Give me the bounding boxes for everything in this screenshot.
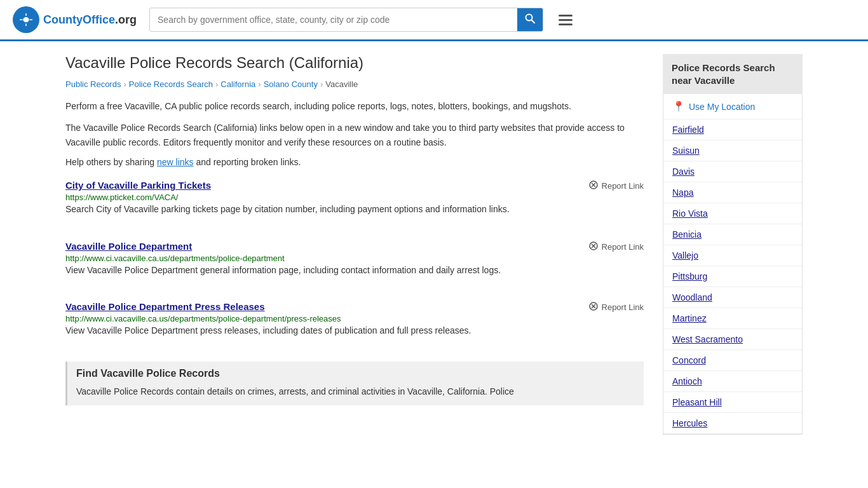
sidebar-title: Police Records Search near Vacaville [663,54,803,94]
report-link-btn-2[interactable]: Report Link [588,241,644,253]
logo-text: CountyOffice.org [43,13,137,27]
result-title-row-3: Vacaville Police Department Press Releas… [65,301,644,313]
sidebar-link-concord[interactable]: Concord [663,350,802,371]
report-icon-2 [588,241,599,253]
breadcrumb-public-records[interactable]: Public Records [65,79,121,89]
sidebar-link-vallejo[interactable]: Vallejo [663,245,802,266]
sidebar-link-rio-vista[interactable]: Rio Vista [663,203,802,224]
list-item: Vallejo [663,245,802,266]
find-section-desc: Vacaville Police Records contain details… [76,384,635,398]
sidebar: Police Records Search near Vacaville 📍 U… [663,54,803,435]
result-item-1: City of Vacaville Parking Tickets Report… [65,180,644,222]
result-item-3: Vacaville Police Department Press Releas… [65,301,644,344]
find-section: Find Vacaville Police Records Vacaville … [65,362,644,405]
list-item: Woodland [663,287,802,308]
breadcrumb-sep-3: › [258,79,261,89]
list-item: Martinez [663,308,802,329]
breadcrumb-sep-4: › [320,79,323,89]
menu-bar-1 [559,15,573,17]
breadcrumb-solano-county[interactable]: Solano County [264,79,318,89]
logo-area[interactable]: CountyOffice.org [13,6,137,33]
result-title-3[interactable]: Vacaville Police Department Press Releas… [65,301,265,312]
search-bar [149,8,543,32]
intro-text-1: Perform a free Vacaville, CA public poli… [65,99,644,113]
list-item: Fairfield [663,119,802,140]
report-icon-1 [588,180,599,192]
sidebar-use-location: 📍 Use My Location [663,94,802,119]
sidebar-link-pittsburg[interactable]: Pittsburg [663,266,802,287]
share-text: Help others by sharing new links and rep… [65,157,644,167]
result-title-1[interactable]: City of Vacaville Parking Tickets [65,180,211,191]
report-icon-3 [588,301,599,313]
location-pin-icon: 📍 [672,100,685,112]
new-links-link[interactable]: new links [157,157,194,167]
list-item: West Sacramento [663,329,802,350]
breadcrumb-police-records-search[interactable]: Police Records Search [129,79,213,89]
report-link-btn-3[interactable]: Report Link [588,301,644,313]
svg-point-1 [24,17,29,22]
result-item-2: Vacaville Police Department Report Link … [65,241,644,283]
use-my-location-button[interactable]: 📍 Use My Location [663,94,802,119]
sidebar-link-west-sacramento[interactable]: West Sacramento [663,329,802,350]
result-desc-3: View Vacaville Police Department press r… [65,323,644,337]
sidebar-link-fairfield[interactable]: Fairfield [663,119,802,140]
sidebar-link-pleasant-hill[interactable]: Pleasant Hill [663,392,802,413]
breadcrumb: Public Records › Police Records Search ›… [65,79,644,89]
sidebar-link-napa[interactable]: Napa [663,182,802,203]
list-item: Rio Vista [663,203,802,224]
list-item: Pittsburg [663,266,802,287]
breadcrumb-sep-2: › [215,79,218,89]
menu-button[interactable] [556,12,575,28]
result-desc-1: Search City of Vacaville parking tickets… [65,202,644,216]
svg-line-3 [532,20,535,24]
sidebar-list: 📍 Use My Location Fairfield Suisun Davis… [663,94,803,435]
result-url-3[interactable]: http://www.ci.vacaville.ca.us/department… [65,314,341,323]
result-url-1[interactable]: https://www.pticket.com/VACA/ [65,193,178,202]
results-list: City of Vacaville Parking Tickets Report… [65,180,644,344]
menu-bar-2 [559,19,573,21]
search-input[interactable] [150,10,517,30]
sidebar-link-antioch[interactable]: Antioch [663,371,802,392]
list-item: Hercules [663,413,802,434]
sidebar-link-martinez[interactable]: Martinez [663,308,802,329]
page-title: Vacaville Police Records Search (Califor… [65,54,644,72]
result-url-2[interactable]: http://www.ci.vacaville.ca.us/department… [65,254,285,263]
sidebar-link-benicia[interactable]: Benicia [663,224,802,245]
result-title-row-1: City of Vacaville Parking Tickets Report… [65,180,644,192]
menu-bar-3 [559,24,573,25]
find-section-title: Find Vacaville Police Records [76,368,635,379]
list-item: Pleasant Hill [663,392,802,413]
list-item: Suisun [663,140,802,161]
content-area: Vacaville Police Records Search (Califor… [65,54,644,435]
breadcrumb-sep-1: › [123,79,126,89]
sidebar-link-suisun[interactable]: Suisun [663,140,802,161]
list-item: Napa [663,182,802,203]
logo-icon [13,6,39,33]
header: CountyOffice.org [0,0,868,41]
result-title-2[interactable]: Vacaville Police Department [65,241,192,252]
list-item: Benicia [663,224,802,245]
sidebar-link-woodland[interactable]: Woodland [663,287,802,308]
result-desc-2: View Vacaville Police Department general… [65,263,644,277]
search-button[interactable] [517,8,543,31]
report-link-btn-1[interactable]: Report Link [588,180,644,192]
main-layout: Vacaville Police Records Search (Califor… [53,41,815,447]
list-item: Davis [663,161,802,182]
intro-text-2: The Vacaville Police Records Search (Cal… [65,121,644,149]
sidebar-link-davis[interactable]: Davis [663,161,802,182]
breadcrumb-vacaville: Vacaville [325,79,358,89]
list-item: Antioch [663,371,802,392]
list-item: Concord [663,350,802,371]
breadcrumb-california[interactable]: California [220,79,255,89]
result-title-row-2: Vacaville Police Department Report Link [65,241,644,253]
sidebar-link-hercules[interactable]: Hercules [663,413,802,434]
